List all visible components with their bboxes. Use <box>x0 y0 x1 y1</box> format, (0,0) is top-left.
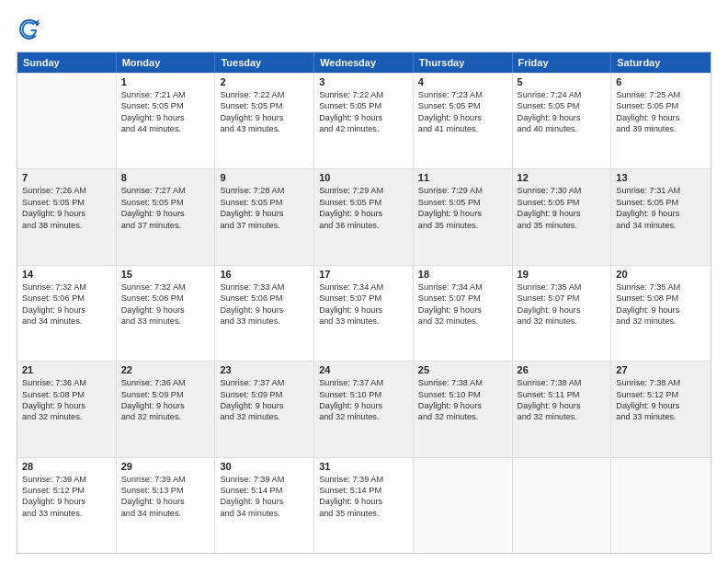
cal-cell <box>414 458 513 553</box>
week-row-4: 28Sunrise: 7:39 AMSunset: 5:12 PMDayligh… <box>17 457 711 553</box>
cal-cell: 26Sunrise: 7:38 AMSunset: 5:11 PMDayligh… <box>513 362 612 456</box>
cal-cell: 17Sunrise: 7:34 AMSunset: 5:07 PMDayligh… <box>314 266 414 361</box>
daylight-hours: Daylight: 9 hours <box>616 400 706 411</box>
sunset-text: Sunset: 5:05 PM <box>121 197 210 208</box>
cal-cell: 23Sunrise: 7:37 AMSunset: 5:09 PMDayligh… <box>215 362 314 456</box>
sunrise-text: Sunrise: 7:34 AM <box>418 282 507 293</box>
day-number: 8 <box>121 172 210 183</box>
cal-cell: 19Sunrise: 7:35 AMSunset: 5:07 PMDayligh… <box>513 266 612 361</box>
header-day-friday: Friday <box>513 52 612 73</box>
daylight-hours: Daylight: 9 hours <box>616 208 706 219</box>
sunset-text: Sunset: 5:06 PM <box>22 293 111 304</box>
daylight-hours: Daylight: 9 hours <box>518 112 607 123</box>
daylight-minutes: and 35 minutes. <box>418 220 507 231</box>
daylight-minutes: and 32 minutes. <box>121 411 210 422</box>
header-day-sunday: Sunday <box>17 52 117 73</box>
cal-cell: 24Sunrise: 7:37 AMSunset: 5:10 PMDayligh… <box>314 362 414 456</box>
cal-cell: 6Sunrise: 7:25 AMSunset: 5:05 PMDaylight… <box>611 74 711 168</box>
daylight-minutes: and 42 minutes. <box>319 123 408 134</box>
daylight-minutes: and 33 minutes. <box>220 316 309 327</box>
daylight-minutes: and 35 minutes. <box>319 508 408 519</box>
header-day-tuesday: Tuesday <box>215 52 314 73</box>
daylight-hours: Daylight: 9 hours <box>616 304 706 316</box>
daylight-minutes: and 37 minutes. <box>220 220 309 231</box>
daylight-minutes: and 33 minutes. <box>616 411 706 422</box>
daylight-hours: Daylight: 9 hours <box>121 304 210 316</box>
sunrise-text: Sunrise: 7:22 AM <box>319 89 408 100</box>
sunrise-text: Sunrise: 7:24 AM <box>518 89 607 100</box>
daylight-hours: Daylight: 9 hours <box>22 304 111 316</box>
sunset-text: Sunset: 5:10 PM <box>418 389 507 400</box>
sunset-text: Sunset: 5:05 PM <box>418 100 507 111</box>
cal-cell: 9Sunrise: 7:28 AMSunset: 5:05 PMDaylight… <box>215 169 314 264</box>
day-number: 5 <box>518 76 607 87</box>
sunrise-text: Sunrise: 7:38 AM <box>518 377 607 388</box>
sunrise-text: Sunrise: 7:39 AM <box>121 474 210 485</box>
daylight-hours: Daylight: 9 hours <box>319 208 408 219</box>
daylight-minutes: and 34 minutes. <box>220 508 309 519</box>
sunrise-text: Sunrise: 7:31 AM <box>616 185 706 196</box>
sunset-text: Sunset: 5:09 PM <box>121 389 210 400</box>
day-number: 26 <box>518 364 607 375</box>
sunrise-text: Sunrise: 7:30 AM <box>518 185 607 196</box>
sunset-text: Sunset: 5:14 PM <box>220 485 309 496</box>
daylight-hours: Daylight: 9 hours <box>518 400 607 411</box>
sunrise-text: Sunrise: 7:29 AM <box>418 185 507 196</box>
sunset-text: Sunset: 5:08 PM <box>22 389 111 400</box>
daylight-minutes: and 32 minutes. <box>418 316 507 327</box>
day-number: 31 <box>319 461 408 472</box>
cal-cell: 8Sunrise: 7:27 AMSunset: 5:05 PMDaylight… <box>117 169 216 264</box>
sunset-text: Sunset: 5:05 PM <box>418 197 507 208</box>
cal-cell <box>17 74 117 168</box>
cal-cell: 2Sunrise: 7:22 AMSunset: 5:05 PMDaylight… <box>215 74 314 168</box>
daylight-hours: Daylight: 9 hours <box>220 496 309 507</box>
sunrise-text: Sunrise: 7:37 AM <box>220 377 309 388</box>
sunset-text: Sunset: 5:06 PM <box>121 293 210 304</box>
daylight-minutes: and 38 minutes. <box>22 220 111 231</box>
sunset-text: Sunset: 5:05 PM <box>220 197 309 208</box>
sunrise-text: Sunrise: 7:39 AM <box>22 474 111 485</box>
sunset-text: Sunset: 5:05 PM <box>616 100 706 111</box>
daylight-hours: Daylight: 9 hours <box>121 400 210 411</box>
cal-cell: 25Sunrise: 7:38 AMSunset: 5:10 PMDayligh… <box>414 362 513 456</box>
sunset-text: Sunset: 5:14 PM <box>319 485 408 496</box>
daylight-minutes: and 33 minutes. <box>121 316 210 327</box>
day-number: 4 <box>418 76 507 87</box>
daylight-hours: Daylight: 9 hours <box>220 400 309 411</box>
cal-cell: 16Sunrise: 7:33 AMSunset: 5:06 PMDayligh… <box>215 266 314 361</box>
cal-cell: 15Sunrise: 7:32 AMSunset: 5:06 PMDayligh… <box>117 266 216 361</box>
sunrise-text: Sunrise: 7:36 AM <box>121 377 210 388</box>
cal-cell: 31Sunrise: 7:39 AMSunset: 5:14 PMDayligh… <box>314 458 414 553</box>
sunset-text: Sunset: 5:07 PM <box>319 293 408 304</box>
daylight-minutes: and 32 minutes. <box>418 411 507 422</box>
daylight-hours: Daylight: 9 hours <box>616 112 706 123</box>
day-number: 12 <box>518 172 607 183</box>
daylight-hours: Daylight: 9 hours <box>418 208 507 219</box>
sunset-text: Sunset: 5:05 PM <box>518 100 607 111</box>
sunset-text: Sunset: 5:05 PM <box>121 100 210 111</box>
sunrise-text: Sunrise: 7:37 AM <box>319 377 408 388</box>
week-row-3: 21Sunrise: 7:36 AMSunset: 5:08 PMDayligh… <box>17 361 711 456</box>
daylight-minutes: and 32 minutes. <box>518 411 607 422</box>
sunrise-text: Sunrise: 7:21 AM <box>121 89 210 100</box>
sunrise-text: Sunrise: 7:28 AM <box>220 185 309 196</box>
sunset-text: Sunset: 5:10 PM <box>319 389 408 400</box>
logo <box>17 17 46 42</box>
day-number: 29 <box>121 461 210 472</box>
sunrise-text: Sunrise: 7:39 AM <box>319 474 408 485</box>
cal-cell: 30Sunrise: 7:39 AMSunset: 5:14 PMDayligh… <box>215 458 314 553</box>
cal-cell <box>611 458 711 553</box>
day-number: 9 <box>220 172 309 183</box>
day-number: 23 <box>220 364 309 375</box>
header <box>17 17 711 42</box>
cal-cell: 29Sunrise: 7:39 AMSunset: 5:13 PMDayligh… <box>117 458 216 553</box>
sunset-text: Sunset: 5:13 PM <box>121 485 210 496</box>
week-row-1: 7Sunrise: 7:26 AMSunset: 5:05 PMDaylight… <box>17 168 711 264</box>
sunset-text: Sunset: 5:07 PM <box>518 293 607 304</box>
cal-cell: 11Sunrise: 7:29 AMSunset: 5:05 PMDayligh… <box>414 169 513 264</box>
day-number: 19 <box>518 269 607 280</box>
daylight-minutes: and 34 minutes. <box>121 508 210 519</box>
daylight-minutes: and 36 minutes. <box>319 220 408 231</box>
sunrise-text: Sunrise: 7:35 AM <box>616 282 706 293</box>
day-number: 6 <box>616 76 706 87</box>
